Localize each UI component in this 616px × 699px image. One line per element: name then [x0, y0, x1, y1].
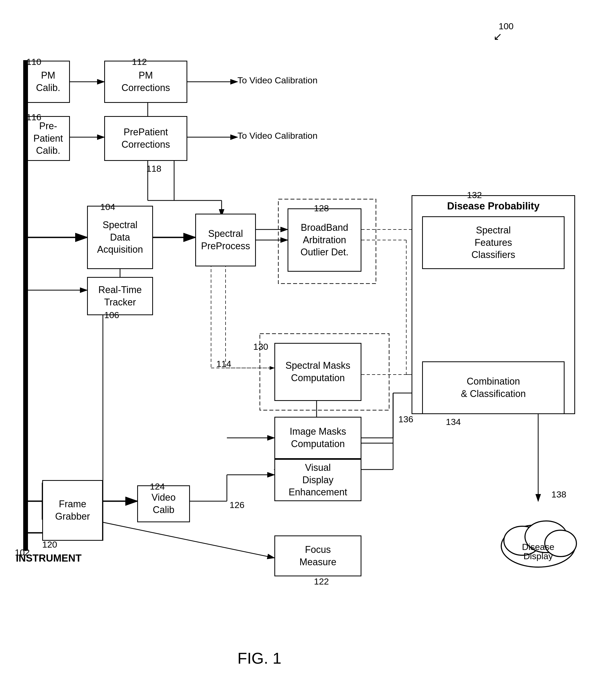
tick-mark: ↙	[493, 30, 502, 42]
diagram-number: 100	[499, 21, 514, 31]
spectral-preprocess-box: SpectralPreProcess	[195, 214, 256, 266]
fig-label: FIG. 1	[237, 649, 281, 667]
pre-patient-calib-label: Pre-PatientCalib.	[33, 120, 63, 157]
spectral-preprocess-label: SpectralPreProcess	[201, 228, 250, 252]
combination-box: Combination& Classification	[422, 361, 565, 414]
broadband-label: BroadBandArbitrationOutlier Det.	[301, 222, 349, 259]
pre-patient-number: 116	[26, 112, 41, 122]
disease-display-number: 138	[551, 489, 566, 500]
real-time-tracker-label: Real-TimeTracker	[99, 284, 142, 308]
pm-calib-box: PMCalib.	[26, 61, 70, 103]
combination-label: Combination& Classification	[461, 375, 526, 400]
focus-measure-label: FocusMeasure	[299, 544, 336, 568]
spectral-masks-box: Spectral MasksComputation	[274, 343, 362, 401]
visual-display-label: VisualDisplayEnhancement	[289, 462, 347, 499]
frame-grabber-box: FrameGrabber	[42, 480, 103, 541]
pm-calib-label: PMCalib.	[36, 69, 60, 94]
disease-probability-title: Disease Probability	[417, 200, 570, 212]
prepatient-corrections-label: PrePatientCorrections	[121, 126, 170, 151]
pm-calib-number: 110	[26, 57, 41, 67]
focus-measure-box: FocusMeasure	[274, 536, 362, 576]
frame-grabber-number: 120	[42, 539, 57, 550]
svg-line-29	[103, 522, 274, 558]
prepatient-corrections-box: PrePatientCorrections	[104, 116, 187, 161]
spectral-features-label: SpectralFeaturesClassifiers	[471, 224, 515, 261]
pm-corrections-label: PMCorrections	[121, 69, 170, 94]
disease-display-cloud: Disease Display	[493, 493, 583, 572]
broadband-number: 128	[314, 203, 329, 213]
visual-display-box: VisualDisplayEnhancement	[274, 459, 362, 501]
broadband-box: BroadBandArbitrationOutlier Det.	[288, 208, 362, 272]
svg-text:Display: Display	[523, 551, 553, 561]
image-masks-box: Image MasksComputation	[274, 417, 362, 459]
focus-measure-number: 122	[314, 576, 329, 586]
label-136: 136	[398, 414, 414, 424]
image-masks-label: Image MasksComputation	[290, 425, 346, 450]
visual-display-number: 126	[230, 500, 245, 510]
spectral-features-box: SpectralFeaturesClassifiers	[422, 216, 565, 269]
real-time-tracker-box: Real-TimeTracker	[87, 277, 153, 315]
pm-corrections-box: PMCorrections	[104, 61, 187, 103]
prepatient-corrections-number: 118	[146, 163, 161, 174]
disease-probability-outer-number: 132	[467, 190, 482, 200]
instrument-bar	[23, 60, 28, 551]
svg-text:Disease: Disease	[522, 542, 554, 552]
to-video-calib-1: To Video Calibration	[237, 75, 318, 85]
pm-corrections-number: 112	[132, 57, 147, 67]
combination-number: 134	[446, 417, 461, 427]
pre-patient-calib-box: Pre-PatientCalib.	[26, 116, 70, 161]
spectral-data-acq-box: SpectralDataAcquisition	[87, 206, 153, 269]
spectral-data-acq-label: SpectralDataAcquisition	[97, 219, 143, 256]
spectral-masks-number: 130	[253, 342, 268, 352]
diagram: 100 ↙ PMCalib. 110 PMCorrections 112 Pre…	[0, 0, 616, 699]
spectral-masks-label: Spectral MasksComputation	[286, 359, 350, 384]
to-video-calib-2: To Video Calibration	[237, 131, 318, 141]
label-114: 114	[216, 359, 231, 369]
video-calib-label: VideoCalib	[152, 491, 175, 516]
video-calib-number: 124	[150, 482, 165, 492]
label-106: 106	[104, 310, 119, 320]
spectral-data-acq-number: 104	[100, 202, 115, 212]
frame-grabber-label: FrameGrabber	[55, 498, 90, 523]
